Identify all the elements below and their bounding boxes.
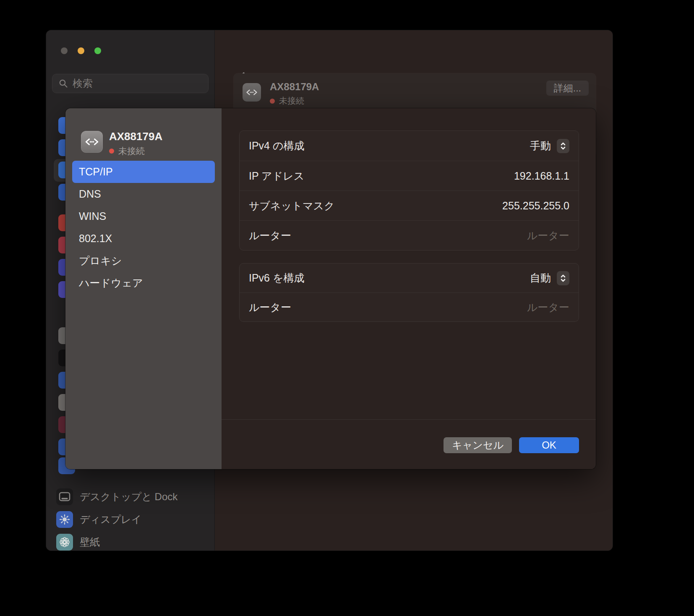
device-name: AX88179A xyxy=(270,81,319,93)
sidebar-item-label: 壁紙 xyxy=(80,535,100,549)
status-dot xyxy=(109,149,114,154)
traffic-lights xyxy=(61,47,101,54)
sidebar-item-label: ディスプレイ xyxy=(80,513,141,526)
sidebar-item-desktop-dock[interactable]: デスクトップと Dock xyxy=(56,485,210,508)
sheet-content: IPv4 の構成 手動 IP アドレス xyxy=(222,108,596,469)
ipv6-router-row: ルーター ルーター xyxy=(240,292,579,321)
tcpip-settings-sheet: AX88179A 未接続 TCP/IP DNS WINS 802.1X プロキシ… xyxy=(65,108,596,469)
search-input[interactable]: 検索 xyxy=(52,74,209,93)
status-dot xyxy=(270,99,275,104)
tab-proxy[interactable]: プロキシ xyxy=(72,250,215,272)
screen: 検索 xyxy=(0,0,694,616)
device-status: 未接続 xyxy=(270,95,304,107)
tab-dns[interactable]: DNS xyxy=(72,183,215,205)
ipv4-configure-stepper[interactable] xyxy=(557,139,569,153)
desktop-dock-icon xyxy=(56,488,73,505)
tab-8021x[interactable]: 802.1X xyxy=(72,227,215,250)
sheet-device-name: AX88179A xyxy=(109,130,162,143)
details-button[interactable]: 詳細... xyxy=(546,81,589,96)
ipv6-group: IPv6 を構成 自動 ルーター ルー xyxy=(239,263,579,322)
sidebar-item-label: デスクトップと Dock xyxy=(80,490,177,504)
ip-address-value[interactable]: 192.168.1.1 xyxy=(514,170,569,182)
search-placeholder: 検索 xyxy=(73,77,93,90)
ipv4-router-row: ルーター ルーター xyxy=(240,220,579,250)
stepper-icon xyxy=(560,141,566,151)
tab-tcpip[interactable]: TCP/IP xyxy=(72,161,215,183)
subnet-mask-value[interactable]: 255.255.255.0 xyxy=(502,200,569,212)
sheet-footer: キャンセル OK xyxy=(444,437,579,453)
sidebar-item-wallpaper[interactable]: 壁紙 xyxy=(56,531,210,551)
ipv6-configure-row: IPv6 を構成 自動 xyxy=(240,264,579,292)
subnet-mask-row: サブネットマスク 255.255.255.0 xyxy=(240,191,579,220)
close-button[interactable] xyxy=(61,47,68,54)
ipv6-router-field[interactable]: ルーター xyxy=(527,300,569,314)
ethernet-adapter-icon xyxy=(81,131,103,153)
display-icon xyxy=(56,511,73,528)
tab-wins[interactable]: WINS xyxy=(72,205,215,227)
ip-address-row: IP アドレス 192.168.1.1 xyxy=(240,161,579,191)
cancel-button[interactable]: キャンセル xyxy=(444,437,512,453)
sheet-sidebar: AX88179A 未接続 TCP/IP DNS WINS 802.1X プロキシ… xyxy=(65,108,222,469)
ipv4-configure-row: IPv4 の構成 手動 xyxy=(240,131,579,161)
minimize-button[interactable] xyxy=(78,47,84,54)
ipv6-configure-stepper[interactable] xyxy=(557,271,569,285)
sidebar-bottom-items: デスクトップと Dock ディスプレイ xyxy=(56,485,210,551)
ethernet-adapter-icon xyxy=(243,83,261,102)
ok-button[interactable]: OK xyxy=(519,437,579,453)
search-icon xyxy=(58,78,68,89)
wallpaper-icon xyxy=(56,534,73,551)
footer-divider xyxy=(222,419,596,420)
ipv4-configure-value: 手動 xyxy=(530,139,551,153)
sheet-device-status: 未接続 xyxy=(109,145,145,157)
zoom-button[interactable] xyxy=(94,47,101,54)
sheet-tab-list: TCP/IP DNS WINS 802.1X プロキシ ハードウェア xyxy=(72,161,215,294)
tab-hardware[interactable]: ハードウェア xyxy=(72,272,215,294)
sidebar-item-display[interactable]: ディスプレイ xyxy=(56,508,210,531)
ipv6-configure-value: 自動 xyxy=(530,271,551,285)
system-settings-window: 検索 xyxy=(46,30,613,551)
ipv4-router-field[interactable]: ルーター xyxy=(527,229,569,243)
ipv4-group: IPv4 の構成 手動 IP アドレス xyxy=(239,131,579,251)
stepper-icon xyxy=(560,274,566,283)
